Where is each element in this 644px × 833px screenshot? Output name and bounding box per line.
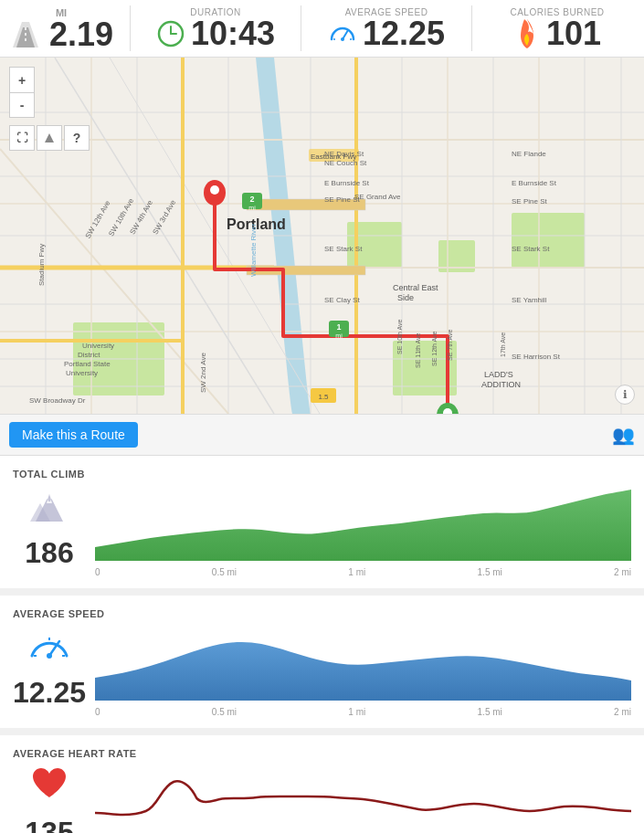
svg-text:mi: mi bbox=[248, 205, 256, 211]
zoom-controls[interactable]: + - bbox=[9, 67, 90, 118]
people-icon: 👥 bbox=[612, 424, 635, 446]
speedometer-icon bbox=[328, 19, 357, 48]
distance-value: 2.19 bbox=[49, 18, 113, 51]
svg-text:SE Harrison St: SE Harrison St bbox=[512, 353, 561, 361]
map-controls: + - ⛶ ? bbox=[9, 67, 90, 151]
speed-chart-value: 12.25 bbox=[13, 676, 86, 710]
duration-group: DURATION 10:43 bbox=[138, 7, 293, 50]
speedometer-chart-icon bbox=[26, 625, 72, 665]
svg-text:Side: Side bbox=[397, 293, 414, 302]
svg-text:2: 2 bbox=[249, 195, 254, 204]
fullscreen-button[interactable]: ⛶ bbox=[9, 125, 35, 151]
svg-text:SE Pine St: SE Pine St bbox=[512, 197, 547, 206]
map-svg: Eastbank Fwy 2 mi 1 mi 1.5 Portland NE D… bbox=[0, 58, 644, 414]
stats-header: MI 2.19 DURATION 10:43 bbox=[0, 0, 644, 58]
svg-point-102 bbox=[47, 653, 52, 659]
speed-section: AVERAGE SPEED 12.25 bbox=[0, 596, 644, 735]
heart-icon bbox=[29, 764, 69, 805]
climb-value: 186 bbox=[25, 536, 73, 570]
help-button[interactable]: ? bbox=[64, 125, 90, 151]
svg-text:E Burnside St: E Burnside St bbox=[324, 179, 370, 187]
svg-text:NE Davis St: NE Davis St bbox=[324, 150, 364, 158]
distance-group: MI 2.19 bbox=[9, 5, 113, 51]
divider-2 bbox=[301, 5, 301, 51]
svg-text:SW 2nd Ave: SW 2nd Ave bbox=[199, 353, 207, 393]
route-bar: Make this a Route 👥 bbox=[0, 414, 644, 456]
svg-text:Stadium Fwy: Stadium Fwy bbox=[37, 244, 46, 286]
calories-value: 101 bbox=[546, 17, 601, 50]
speed-xaxis: 0 0.5 mi 1 mi 1.5 mi 2 mi bbox=[95, 707, 631, 717]
calories-group: CALORIES BURNED 101 bbox=[480, 7, 635, 50]
svg-text:mi: mi bbox=[335, 332, 343, 339]
svg-text:SW Broadway Dr: SW Broadway Dr bbox=[29, 396, 86, 405]
svg-text:17th Ave: 17th Ave bbox=[500, 332, 506, 357]
svg-text:SE 10th Ave: SE 10th Ave bbox=[396, 319, 403, 354]
clock-icon bbox=[156, 19, 185, 48]
svg-text:NE Couch St: NE Couch St bbox=[324, 159, 367, 167]
terrain-button[interactable] bbox=[37, 125, 62, 151]
speed-chart bbox=[95, 627, 631, 701]
climb-section: TOTAL CLIMB 186 0 bbox=[0, 456, 644, 596]
svg-text:University: University bbox=[82, 342, 114, 350]
svg-text:1.5: 1.5 bbox=[318, 393, 329, 401]
svg-text:NE Flande: NE Flande bbox=[512, 150, 546, 158]
info-button[interactable]: ℹ bbox=[615, 385, 635, 405]
svg-text:SE Grand Ave: SE Grand Ave bbox=[354, 193, 401, 201]
svg-text:1: 1 bbox=[336, 322, 341, 332]
svg-rect-13 bbox=[512, 213, 585, 268]
zoom-in-button[interactable]: + bbox=[9, 67, 35, 92]
flame-icon bbox=[513, 17, 541, 50]
heart-label: AVERAGE HEART RATE bbox=[13, 748, 631, 759]
zoom-out-button[interactable]: - bbox=[9, 92, 35, 118]
svg-marker-97 bbox=[45, 133, 54, 142]
map-tools: ⛶ ? bbox=[9, 125, 90, 151]
map-container[interactable]: Eastbank Fwy 2 mi 1 mi 1.5 Portland NE D… bbox=[0, 58, 644, 414]
svg-point-59 bbox=[210, 185, 219, 195]
heart-chart bbox=[95, 767, 631, 834]
svg-text:SE Stark St: SE Stark St bbox=[324, 245, 363, 253]
divider-1 bbox=[130, 5, 131, 51]
make-route-button[interactable]: Make this a Route bbox=[9, 422, 138, 448]
svg-text:SE 12th Ave: SE 12th Ave bbox=[431, 331, 438, 366]
speed-label: AVERAGE SPEED bbox=[13, 608, 631, 619]
svg-point-7 bbox=[341, 37, 344, 41]
svg-text:SE 11th Ave: SE 11th Ave bbox=[415, 332, 421, 368]
svg-text:Central East: Central East bbox=[393, 283, 438, 292]
svg-text:ADDITION: ADDITION bbox=[481, 380, 521, 389]
svg-text:LADD'S: LADD'S bbox=[484, 370, 513, 379]
svg-text:University: University bbox=[66, 369, 98, 377]
svg-text:SE Yamhill: SE Yamhill bbox=[512, 296, 547, 304]
road-icon bbox=[9, 18, 42, 51]
svg-text:Portland State: Portland State bbox=[64, 360, 111, 368]
speed-value: 12.25 bbox=[363, 17, 445, 50]
svg-text:SE Stark St: SE Stark St bbox=[512, 245, 550, 253]
svg-text:District: District bbox=[78, 351, 100, 359]
svg-text:E Burnside St: E Burnside St bbox=[512, 179, 557, 187]
climb-label: TOTAL CLIMB bbox=[13, 469, 631, 480]
heart-section: AVERAGE HEART RATE 135 0 0.5 mi 1 mi 1.5… bbox=[0, 735, 644, 833]
climb-xaxis: 0 0.5 mi 1 mi 1.5 mi 2 mi bbox=[95, 567, 631, 577]
mountain-icon bbox=[26, 485, 72, 525]
svg-text:SE 7th Ave: SE 7th Ave bbox=[447, 329, 453, 361]
svg-text:SE Clay St: SE Clay St bbox=[324, 296, 360, 304]
svg-text:Willamette River: Willamette River bbox=[249, 223, 258, 277]
speed-group: AVERAGE SPEED 12.25 bbox=[309, 7, 464, 50]
heart-value: 135 bbox=[25, 816, 73, 833]
duration-value: 10:43 bbox=[191, 17, 275, 50]
climb-chart bbox=[95, 488, 631, 561]
divider-3 bbox=[471, 5, 472, 51]
